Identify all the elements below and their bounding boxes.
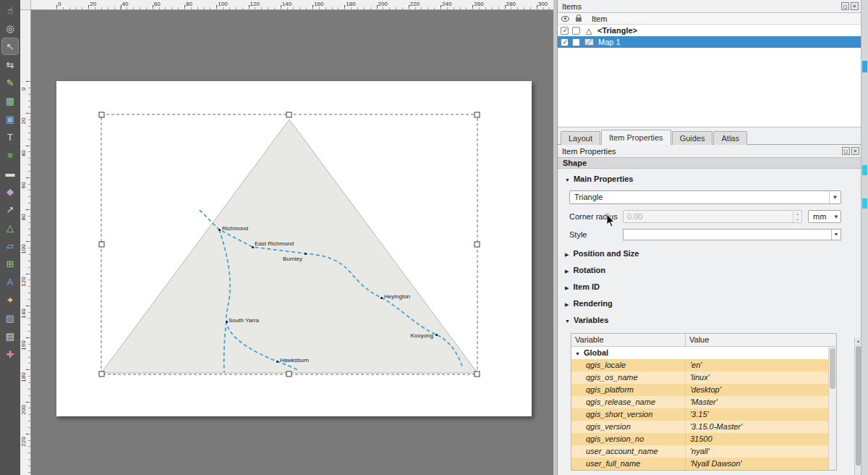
add-html-frame-tool[interactable]: ▱	[2, 238, 18, 253]
items-close-button[interactable]: ✕	[851, 2, 859, 10]
add-marker-tool[interactable]: ✦	[2, 292, 18, 308]
edge-artifact	[862, 198, 867, 209]
corner-radius-row: Corner radius 0.00 ▲▼ mm ▼	[569, 210, 841, 223]
add-elevation-profile-tool[interactable]: ▨	[2, 310, 18, 326]
main-properties-section-header[interactable]: ▼Main Properties	[565, 175, 861, 186]
h-ruler-number: 60	[154, 1, 161, 7]
section-position-and-size[interactable]: ▶Position and Size	[565, 249, 861, 261]
add-attribute-table-tool[interactable]: ⊞	[2, 256, 18, 272]
h-ruler-tick	[281, 5, 281, 9]
props-float-button[interactable]: ◻	[842, 147, 850, 155]
variable-row[interactable]: user_account_name'nyall'	[571, 445, 836, 458]
edit-nodes-tool[interactable]: ✎	[2, 75, 18, 91]
v-ruler-number: 80	[20, 212, 30, 222]
visibility-checkbox[interactable]	[561, 38, 569, 46]
tab-guides[interactable]: Guides	[672, 131, 713, 145]
station-dot	[218, 229, 221, 231]
variable-row[interactable]: user_full_name'Nyall Dawson'	[571, 458, 836, 470]
items-list[interactable]: Item △<Triangle>Map 1	[558, 12, 861, 127]
spin-buttons[interactable]: ▲▼	[793, 211, 801, 222]
props-close-button[interactable]: ✕	[851, 147, 859, 155]
variable-row[interactable]: qgis_release_name'Master'	[571, 396, 836, 408]
variable-row[interactable]: qgis_locale'en'	[571, 359, 836, 371]
variables-table-scrollbar[interactable]	[828, 347, 836, 470]
variables-scroll-thumb[interactable]	[830, 348, 835, 389]
h-ruler-number: 180	[346, 1, 355, 7]
h-ruler-tick	[56, 5, 57, 9]
add-scalebar-tool[interactable]: ▬	[2, 165, 18, 181]
h-ruler-number: 300	[538, 1, 548, 7]
section-rendering[interactable]: ▶Rendering	[565, 299, 861, 311]
section-label: Item ID	[573, 282, 600, 291]
variable-row[interactable]: qgis_os_name'linux'	[571, 371, 836, 384]
properties-scroll-thumb[interactable]	[856, 346, 861, 466]
section-item-id[interactable]: ▶Item ID	[565, 282, 861, 294]
item-row[interactable]: Map 1	[558, 36, 861, 48]
items-float-button[interactable]: ◻	[841, 2, 849, 10]
h-ruler-number: 260	[474, 1, 483, 7]
h-ruler-tick	[472, 5, 473, 9]
add-font-item-tool[interactable]: A	[2, 274, 18, 290]
lock-checkbox[interactable]	[572, 38, 580, 46]
v-ruler-number: 200	[20, 405, 30, 415]
variable-value: 'Nyall Dawson'	[686, 458, 836, 470]
measure-tool[interactable]: ✚	[2, 346, 18, 362]
map-item-icon	[584, 38, 594, 46]
shape-type-combobox[interactable]: Triangle ▼	[569, 190, 841, 204]
variable-row[interactable]: qgis_version'3.15.0-Master'	[571, 421, 836, 433]
add-shape-tool[interactable]: ◆	[2, 183, 18, 199]
add-legend-tool[interactable]: ≡	[2, 147, 18, 163]
v-ruler-number: 100	[20, 244, 30, 254]
v-ruler-tick	[26, 274, 30, 274]
spin-up-icon[interactable]: ▲	[793, 211, 801, 217]
variable-row[interactable]: qgis_short_version'3.15'	[571, 408, 836, 421]
variable-row[interactable]: qgis_version_no31500	[571, 433, 836, 445]
items-column-header: Item	[558, 13, 861, 25]
tab-layout[interactable]: Layout	[561, 131, 600, 145]
select-move-item-tool[interactable]: ↖	[2, 38, 18, 54]
tab-item-properties[interactable]: Item Properties	[601, 130, 671, 145]
h-ruler-tick	[184, 5, 185, 9]
v-ruler-tick	[26, 177, 30, 178]
variable-row[interactable]: qgis_platform'desktop'	[571, 384, 836, 396]
station-dot	[276, 361, 278, 363]
corner-radius-spinbox[interactable]: 0.00 ▲▼	[623, 210, 802, 223]
item-row[interactable]: △<Triangle>	[558, 25, 861, 36]
visibility-checkbox[interactable]	[561, 27, 569, 35]
section-rotation[interactable]: ▶Rotation	[565, 266, 861, 277]
zoom-tool[interactable]: ◎	[2, 20, 18, 36]
corner-radius-label: Corner radius	[569, 212, 623, 221]
v-ruler-tick	[26, 434, 30, 434]
style-button[interactable]: ▼	[623, 229, 841, 240]
add-fixed-table-tool[interactable]: ▤	[2, 328, 18, 344]
lock-checkbox[interactable]	[572, 27, 580, 35]
variable-name: qgis_platform	[571, 384, 686, 396]
pan-tool[interactable]: ☝	[2, 2, 18, 18]
unit-combobox[interactable]: mm ▼	[808, 210, 841, 223]
chevron-right-icon: ▶	[565, 269, 569, 274]
add-image-tool[interactable]: ▣	[2, 111, 18, 127]
h-ruler-number: 140	[282, 1, 292, 7]
v-ruler-number: 220	[20, 437, 30, 447]
layout-page[interactable]: RichmondEast RichmondBurnleyHeyingtonSou…	[56, 81, 532, 416]
variable-value: 'en'	[686, 359, 836, 371]
add-map-tool[interactable]: ▦	[2, 93, 18, 109]
add-arrow-tool[interactable]: ↗	[2, 201, 18, 217]
tab-atlas[interactable]: Atlas	[713, 131, 746, 145]
move-item-content-tool[interactable]: ⇆	[2, 56, 18, 72]
add-node-item-tool[interactable]: △	[2, 219, 18, 235]
v-ruler-number: 140	[20, 308, 30, 319]
add-label-tool[interactable]: T	[2, 129, 18, 145]
spin-down-icon[interactable]: ▼	[793, 217, 801, 222]
h-ruler-number: 100	[218, 1, 227, 7]
right-dock: Items ◻ ✕ Item △<Triangle>Map 1 LayoutIt…	[557, 0, 861, 475]
station-dot	[435, 334, 438, 336]
variables-group-row[interactable]: ▼Global	[571, 347, 836, 359]
variable-name: qgis_os_name	[571, 371, 686, 384]
h-ruler-tick	[377, 5, 378, 9]
v-ruler-tick	[26, 306, 30, 306]
v-ruler-number: 120	[20, 277, 30, 287]
v-ruler-tick	[26, 241, 30, 242]
layout-canvas[interactable]: RichmondEast RichmondBurnleyHeyingtonSou…	[31, 10, 553, 475]
variables-section-header[interactable]: ▼Variables	[565, 316, 861, 327]
